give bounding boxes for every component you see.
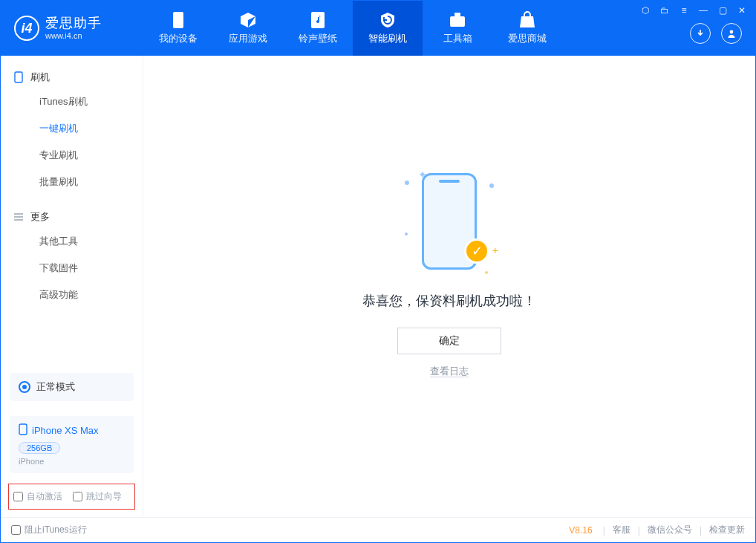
check-update-link[interactable]: 检查更新 xyxy=(709,524,745,536)
list-icon xyxy=(14,212,25,221)
bag-icon xyxy=(518,11,536,29)
sidebar-group-flash: 刷机 xyxy=(1,66,143,88)
sidebar-item-itunes-flash[interactable]: iTunes刷机 xyxy=(1,88,143,115)
group-title: 刷机 xyxy=(30,71,50,84)
tab-store[interactable]: 爱思商城 xyxy=(492,1,562,56)
sparkle-icon xyxy=(485,271,488,274)
tab-label: 铃声壁纸 xyxy=(299,32,337,45)
body: 刷机 iTunes刷机 一键刷机 专业刷机 批量刷机 更多 其他工具 下载固件 … xyxy=(1,56,755,517)
mode-card[interactable]: 正常模式 xyxy=(10,373,134,401)
tab-flash[interactable]: 智能刷机 xyxy=(353,1,423,56)
sparkle-icon xyxy=(405,233,408,235)
sparkle-icon xyxy=(489,183,494,188)
tab-device[interactable]: 我的设备 xyxy=(143,1,213,56)
footer: 阻止iTunes运行 V8.16 | 客服 | 微信公众号 | 检查更新 xyxy=(1,517,755,542)
svg-point-4 xyxy=(730,30,734,34)
flash-options-row: 自动激活 跳过向导 xyxy=(8,484,135,510)
brand-text: 爱思助手 www.i4.cn xyxy=(45,16,102,40)
minimize-button[interactable]: ― xyxy=(697,5,709,16)
divider: | xyxy=(603,525,605,536)
block-itunes-label: 阻止iTunes运行 xyxy=(25,524,87,536)
shield-refresh-icon xyxy=(379,11,397,29)
divider: | xyxy=(700,525,702,536)
tshirt-icon[interactable]: ⬡ xyxy=(639,5,651,16)
sidebar-group-more: 更多 xyxy=(1,206,143,228)
device-card[interactable]: iPhone XS Max 256GB iPhone xyxy=(10,416,134,473)
tab-toolbox[interactable]: 工具箱 xyxy=(423,1,492,56)
download-button[interactable] xyxy=(690,23,711,44)
device-type: iPhone xyxy=(19,457,125,466)
auto-activate-label: 自动激活 xyxy=(27,490,62,503)
svg-rect-0 xyxy=(173,12,183,28)
svg-rect-5 xyxy=(15,72,22,82)
toolbox-icon xyxy=(449,11,466,29)
success-title: 恭喜您，保资料刷机成功啦！ xyxy=(362,292,536,310)
close-button[interactable]: ✕ xyxy=(736,5,748,16)
brand: i4 爱思助手 www.i4.cn xyxy=(1,1,143,56)
footer-right: V8.16 | 客服 | 微信公众号 | 检查更新 xyxy=(569,524,745,536)
sidebar-item-pro-flash[interactable]: 专业刷机 xyxy=(1,142,143,169)
brand-subtitle: www.i4.cn xyxy=(45,31,102,40)
view-log-link[interactable]: 查看日志 xyxy=(430,365,469,378)
header-right: ⬡ 🗀 ≡ ― ▢ ✕ xyxy=(639,1,755,56)
skip-guide-label: 跳过向导 xyxy=(86,490,122,503)
sparkle-icon: + xyxy=(492,244,498,256)
maximize-button[interactable]: ▢ xyxy=(717,5,729,16)
sidebar-item-batch-flash[interactable]: 批量刷机 xyxy=(1,169,143,195)
tab-apps[interactable]: 应用游戏 xyxy=(213,1,283,56)
user-button[interactable] xyxy=(721,23,742,44)
phone-illustration: ✦ ✓ + xyxy=(405,166,494,277)
sidebar: 刷机 iTunes刷机 一键刷机 专业刷机 批量刷机 更多 其他工具 下载固件 … xyxy=(1,56,143,517)
sparkle-icon xyxy=(405,181,409,185)
tab-label: 智能刷机 xyxy=(368,32,407,45)
tab-ringtone[interactable]: 铃声壁纸 xyxy=(283,1,353,56)
skip-guide-checkbox[interactable]: 跳过向导 xyxy=(73,490,122,503)
sidebar-item-download-fw[interactable]: 下载固件 xyxy=(1,255,143,282)
divider: | xyxy=(638,525,640,536)
auto-activate-checkbox[interactable]: 自动激活 xyxy=(13,490,62,503)
skip-guide-input[interactable] xyxy=(73,492,82,501)
check-badge-icon: ✓ xyxy=(464,238,489,264)
wechat-link[interactable]: 微信公众号 xyxy=(648,524,692,536)
ok-button[interactable]: 确定 xyxy=(397,328,501,354)
success-hero: ✦ ✓ + 恭喜您，保资料刷机成功啦！ 确定 查看日志 xyxy=(362,166,536,378)
support-link[interactable]: 客服 xyxy=(613,524,630,536)
mode-dot-icon xyxy=(19,381,30,393)
top-tabs: 我的设备 应用游戏 铃声壁纸 智能刷机 工具箱 爱思商城 xyxy=(143,1,562,56)
svg-rect-3 xyxy=(454,13,460,16)
header: i4 爱思助手 www.i4.cn 我的设备 应用游戏 铃声壁纸 智能刷机 xyxy=(1,1,755,56)
sidebar-item-other-tools[interactable]: 其他工具 xyxy=(1,228,143,255)
device-name: iPhone XS Max xyxy=(32,425,99,436)
main-content: ✦ ✓ + 恭喜您，保资料刷机成功啦！ 确定 查看日志 xyxy=(143,56,755,517)
phone-outline-icon xyxy=(14,71,25,83)
mode-label: 正常模式 xyxy=(36,380,75,394)
window-controls: ⬡ 🗀 ≡ ― ▢ ✕ xyxy=(639,5,748,16)
svg-rect-2 xyxy=(450,16,465,27)
tab-label: 应用游戏 xyxy=(229,32,267,45)
sidebar-item-advanced[interactable]: 高级功能 xyxy=(1,282,143,308)
tab-label: 我的设备 xyxy=(159,32,198,45)
tab-label: 爱思商城 xyxy=(508,32,547,45)
cube-icon xyxy=(239,11,257,29)
block-itunes-checkbox[interactable]: 阻止iTunes运行 xyxy=(11,524,87,536)
lock-icon[interactable]: 🗀 xyxy=(659,5,671,16)
block-itunes-input[interactable] xyxy=(11,525,21,535)
brand-title: 爱思助手 xyxy=(45,16,102,31)
brand-logo-icon: i4 xyxy=(14,16,39,41)
phone-icon xyxy=(169,11,187,29)
sidebar-nav: 刷机 iTunes刷机 一键刷机 专业刷机 批量刷机 更多 其他工具 下载固件 … xyxy=(1,56,143,365)
version-label: V8.16 xyxy=(569,525,592,536)
phone-small-icon xyxy=(19,423,27,438)
menu-icon[interactable]: ≡ xyxy=(678,5,690,16)
music-file-icon xyxy=(309,11,327,29)
tab-label: 工具箱 xyxy=(443,32,472,45)
svg-rect-6 xyxy=(19,424,27,435)
auto-activate-input[interactable] xyxy=(13,492,23,501)
sidebar-item-oneclick-flash[interactable]: 一键刷机 xyxy=(1,115,143,142)
app-window: i4 爱思助手 www.i4.cn 我的设备 应用游戏 铃声壁纸 智能刷机 xyxy=(0,0,756,543)
device-capacity: 256GB xyxy=(19,442,60,454)
group-title: 更多 xyxy=(30,210,50,224)
